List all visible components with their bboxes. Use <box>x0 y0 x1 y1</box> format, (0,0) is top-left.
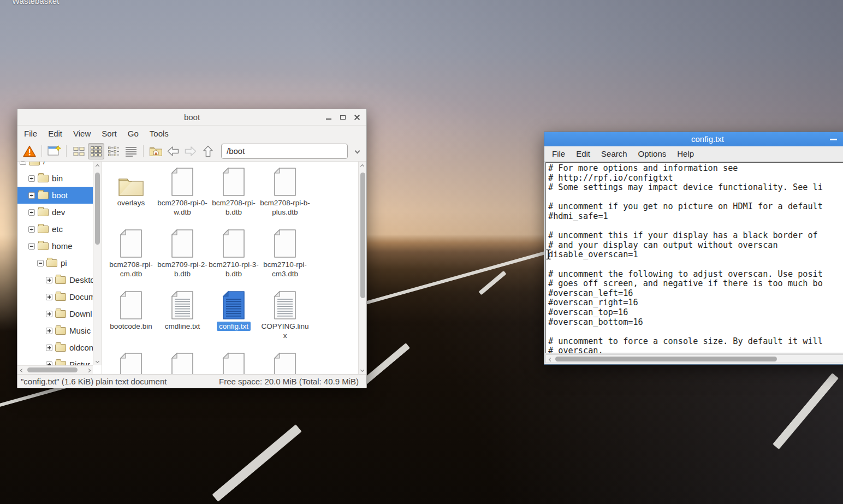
file-manager-menu-view[interactable]: View <box>68 127 96 140</box>
file-item-cmdline-txt[interactable]: cmdline.txt <box>157 289 208 340</box>
tree-item-label: Docum <box>69 292 93 301</box>
icon-view-icon <box>73 146 85 157</box>
file-item-bcm2710-rpi-3-b-dtb[interactable]: bcm2710-rpi-3-b.dtb <box>208 228 259 278</box>
editor-menu-help[interactable]: Help <box>672 147 699 160</box>
file-manager-titlebar[interactable]: boot <box>17 109 366 126</box>
file-manager-menu-sort[interactable]: Sort <box>96 127 122 140</box>
editor-titlebar[interactable]: config.txt <box>544 132 843 146</box>
thumbnail-view-button[interactable] <box>88 143 104 159</box>
editor-text-area[interactable]: # For more options and information see# … <box>545 162 843 353</box>
warning-button[interactable] <box>21 143 38 159</box>
road-marking <box>478 271 506 295</box>
toolbar-separator <box>143 145 144 157</box>
expander-minus-icon[interactable] <box>37 260 44 266</box>
expander-plus-icon[interactable] <box>46 277 52 283</box>
expander-plus-icon[interactable] <box>46 311 52 317</box>
editor-menu-edit[interactable]: Edit <box>571 147 596 160</box>
editor-line <box>548 327 843 337</box>
file-manager-menu-file[interactable]: File <box>19 127 43 140</box>
tree-item--[interactable]: / <box>17 162 93 170</box>
expander-minus-icon[interactable] <box>28 243 35 250</box>
tree-item-oldcon[interactable]: oldcon <box>17 339 93 356</box>
minimize-button[interactable] <box>829 132 839 146</box>
file-item-bcm2708-rpi-b-dtb[interactable]: bcm2708-rpi-b.dtb <box>208 166 259 217</box>
file-item-config-txt[interactable]: config.txt <box>208 289 259 340</box>
detailed-list-view-button[interactable] <box>123 143 139 159</box>
file-item-bcm2710-rpi-cm3-dtb[interactable]: bcm2710-rpi-cm3.dtb <box>259 228 311 278</box>
file-manager-menu-edit[interactable]: Edit <box>43 127 68 140</box>
expander-plus-icon[interactable] <box>28 192 35 199</box>
scroll-up-arrow[interactable] <box>358 162 366 170</box>
expander-plus-icon[interactable] <box>46 328 52 334</box>
sidebar-vertical-scrollbar[interactable] <box>93 162 102 365</box>
expander-plus-icon[interactable] <box>46 361 52 366</box>
file-item-label: bcm2709-rpi-2-b.dtb <box>157 260 207 278</box>
files-vertical-scrollbar[interactable] <box>358 162 366 374</box>
path-input[interactable] <box>221 144 348 159</box>
tree-item-dev[interactable]: dev <box>17 204 93 221</box>
icon-view-button[interactable] <box>70 143 87 159</box>
expander-plus-icon[interactable] <box>28 175 35 182</box>
file-item-overlays[interactable]: overlays <box>105 166 157 217</box>
file-item-fixup-cd-dat[interactable]: fixup_cd.dat <box>157 351 208 374</box>
tree-item-label: Music <box>69 326 91 335</box>
editor-menu-search[interactable]: Search <box>596 147 633 160</box>
tree-item-music[interactable]: Music <box>17 322 93 339</box>
file-item-bcm2708-rpi-0-w-dtb[interactable]: bcm2708-rpi-0-w.dtb <box>157 166 208 217</box>
editor-menu-options[interactable]: Options <box>633 147 672 160</box>
forward-button[interactable] <box>182 143 199 159</box>
path-dropdown-button[interactable] <box>351 149 363 153</box>
scroll-up-arrow[interactable] <box>93 162 102 170</box>
tree-item-boot[interactable]: boot <box>17 187 93 204</box>
close-button[interactable] <box>353 114 361 121</box>
compact-view-button[interactable] <box>105 143 122 159</box>
tree-item-etc[interactable]: etc <box>17 221 93 238</box>
toolbar-separator <box>66 145 67 157</box>
scroll-down-arrow[interactable] <box>93 357 102 365</box>
file-item-fixup-x-dat[interactable]: fixup_x.dat <box>259 351 311 374</box>
editor-horizontal-scrollbar[interactable] <box>545 354 843 363</box>
new-window-button[interactable] <box>46 143 62 159</box>
scrollbar-thumb[interactable] <box>95 173 100 245</box>
file-item-bcm2709-rpi-2-b-dtb[interactable]: bcm2709-rpi-2-b.dtb <box>157 228 208 278</box>
tree-item-pictur[interactable]: Pictur <box>17 356 93 365</box>
tree-item-bin[interactable]: bin <box>17 170 93 187</box>
scrollbar-thumb[interactable] <box>360 173 365 298</box>
tree-item-downl[interactable]: Downl <box>17 305 93 322</box>
expander-minus-icon[interactable] <box>20 162 26 165</box>
file-item-fixup-dat[interactable]: fixup.dat <box>105 351 157 374</box>
tree-item-docum[interactable]: Docum <box>17 288 93 305</box>
scrollbar-thumb[interactable] <box>555 357 777 361</box>
file-manager-menu-tools[interactable]: Tools <box>144 127 174 140</box>
file-item-copying-linux[interactable]: COPYING.linux <box>259 289 311 340</box>
text-editor-window: config.txt FileEditSearchOptionsHelp # F… <box>544 132 843 365</box>
tree-item-pi[interactable]: pi <box>17 254 93 271</box>
folder-icon <box>118 175 144 197</box>
home-button[interactable] <box>147 143 164 159</box>
editor-menu-file[interactable]: File <box>547 147 571 160</box>
scroll-right-arrow[interactable] <box>84 366 93 375</box>
scroll-left-arrow[interactable] <box>17 366 26 375</box>
tree-item-home[interactable]: home <box>17 238 93 254</box>
back-button[interactable] <box>165 143 181 159</box>
expander-plus-icon[interactable] <box>46 294 52 300</box>
maximize-button[interactable] <box>339 114 347 121</box>
minimize-button[interactable] <box>325 114 333 121</box>
editor-line: #hdmi_safe=1 <box>548 212 843 222</box>
up-button[interactable] <box>200 143 216 159</box>
file-manager-menu-go[interactable]: Go <box>122 127 144 140</box>
expander-plus-icon[interactable] <box>28 226 35 233</box>
file-item-bcm2708-rpi-cm-dtb[interactable]: bcm2708-rpi-cm.dtb <box>105 228 157 278</box>
scroll-left-arrow[interactable] <box>546 355 555 364</box>
file-item-bcm2708-rpi-b-plus-dtb[interactable]: bcm2708-rpi-b-plus.dtb <box>259 166 311 217</box>
sidebar-horizontal-scrollbar[interactable] <box>17 365 93 374</box>
expander-plus-icon[interactable] <box>28 209 35 216</box>
scrollbar-thumb[interactable] <box>27 367 78 372</box>
expander-plus-icon[interactable] <box>46 345 52 351</box>
wastebasket-desktop-icon-label[interactable]: Wastebasket <box>12 0 59 5</box>
file-item-fixup-db-dat[interactable]: fixup_db.dat <box>208 351 259 374</box>
tree-item-deskto[interactable]: Deskto <box>17 271 93 288</box>
scroll-down-arrow[interactable] <box>358 365 366 374</box>
file-item-bootcode-bin[interactable]: bootcode.bin <box>105 289 157 340</box>
road-marking <box>360 343 410 387</box>
